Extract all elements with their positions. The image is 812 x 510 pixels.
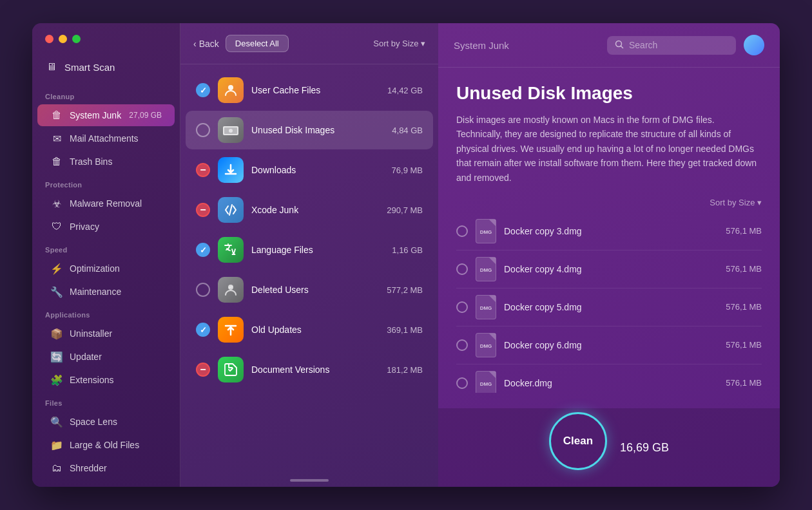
list-item-checkbox[interactable]	[196, 243, 210, 257]
right-header-title: System Junk	[454, 40, 509, 51]
list-item-checkbox[interactable]	[196, 363, 210, 377]
back-chevron-icon: ‹	[193, 39, 197, 49]
right-content: Unused Disk Images Disk images are mostl…	[438, 68, 780, 408]
file-name: Docker copy 6.dmg	[504, 340, 718, 350]
close-button[interactable]	[45, 35, 53, 43]
optimization-icon: ⚡	[50, 262, 63, 275]
language-files-icon	[218, 237, 244, 263]
sidebar-item-space-lens[interactable]: 🔍 Space Lens	[37, 411, 175, 433]
file-size: 576,1 MB	[726, 302, 762, 312]
back-button[interactable]: ‹ Back	[193, 39, 219, 49]
search-input[interactable]	[629, 40, 728, 50]
right-header: System Junk	[438, 23, 780, 68]
sidebar-item-privacy[interactable]: 🛡 Privacy	[37, 216, 175, 238]
list-item[interactable]: Document Versions 181,2 MB	[186, 350, 433, 389]
updater-icon: 🔄	[50, 350, 63, 363]
list-item-name: User Cache Files	[251, 85, 380, 95]
sidebar-item-smart-scan[interactable]: 🖥 Smart Scan	[32, 55, 180, 79]
shredder-icon: 🗂	[50, 462, 63, 475]
avatar[interactable]	[744, 35, 764, 55]
file-icon: DMG	[476, 295, 496, 319]
file-icon: DMG	[476, 371, 496, 393]
sidebar-item-label: System Junk	[70, 110, 121, 120]
detail-title: Unused Disk Images	[456, 83, 762, 104]
sidebar-item-label: Optimization	[70, 263, 120, 274]
sidebar-item-label: Large & Old Files	[70, 440, 139, 450]
system-junk-badge: 27,09 GB	[129, 111, 162, 120]
list-item[interactable]: Downloads 76,9 MB	[186, 151, 433, 189]
file-radio[interactable]	[456, 263, 468, 275]
search-bar	[607, 36, 736, 55]
sidebar-item-label: Trash Bins	[70, 156, 112, 167]
sidebar-item-optimization[interactable]: ⚡ Optimization	[37, 258, 175, 279]
right-panel: System Junk Unused Disk Images Disk imag…	[438, 23, 780, 487]
disk-image-icon	[218, 117, 244, 143]
list-item-size: 577,2 MB	[387, 285, 423, 295]
back-label: Back	[199, 39, 219, 49]
file-name: Docker copy 5.dmg	[504, 302, 718, 312]
deselect-all-button[interactable]: Deselect All	[226, 35, 289, 52]
file-row[interactable]: DMG Docker.dmg 576,1 MB	[456, 364, 762, 393]
file-radio[interactable]	[456, 377, 468, 389]
sort-by-size-label[interactable]: Sort by Size ▾	[373, 39, 425, 48]
list-item-checkbox[interactable]	[196, 283, 210, 297]
sidebar-item-uninstaller[interactable]: 📦 Uninstaller	[37, 323, 175, 345]
list-item-checkbox[interactable]	[196, 83, 210, 97]
list-item[interactable]: Xcode Junk 290,7 MB	[186, 191, 433, 229]
uninstaller-icon: 📦	[50, 327, 63, 340]
sidebar-item-label: Malware Removal	[70, 198, 142, 209]
minimize-button[interactable]	[59, 35, 67, 43]
list-item-size: 14,42 GB	[387, 86, 423, 95]
file-radio[interactable]	[456, 301, 468, 313]
list-item[interactable]: Deleted Users 577,2 MB	[186, 270, 433, 309]
sidebar-item-label: Privacy	[70, 222, 99, 232]
detail-description: Disk images are mostly known on Macs in …	[456, 113, 762, 185]
file-icon: DMG	[476, 257, 496, 281]
sidebar-item-malware-removal[interactable]: ☣ Malware Removal	[37, 193, 175, 214]
file-size: 576,1 MB	[726, 340, 762, 350]
junk-category-list: User Cache Files 14,42 GB Unused Disk Im…	[180, 64, 438, 474]
list-item-size: 181,2 MB	[387, 365, 423, 375]
list-item-size: 4,84 GB	[392, 126, 423, 135]
middle-header: ‹ Back Deselect All Sort by Size ▾	[180, 23, 438, 64]
sidebar-item-large-old-files[interactable]: 📁 Large & Old Files	[37, 434, 175, 456]
file-icon: DMG	[476, 219, 496, 243]
sidebar-item-shredder[interactable]: 🗂 Shredder	[37, 457, 175, 479]
file-row[interactable]: DMG Docker copy 6.dmg 576,1 MB	[456, 326, 762, 364]
sidebar-item-label: Space Lens	[70, 417, 117, 427]
file-row[interactable]: DMG Docker copy 4.dmg 576,1 MB	[456, 250, 762, 288]
sidebar-item-extensions[interactable]: 🧩 Extensions	[37, 369, 175, 391]
right-sort-label[interactable]: Sort by Size ▾	[456, 198, 762, 207]
list-item[interactable]: Old Updates 369,1 MB	[186, 310, 433, 349]
list-item-checkbox[interactable]	[196, 163, 210, 177]
file-radio[interactable]	[456, 339, 468, 351]
sidebar-item-system-junk[interactable]: 🗑 System Junk 27,09 GB	[37, 104, 175, 126]
list-item-checkbox[interactable]	[196, 123, 210, 137]
deleted-users-icon	[218, 277, 244, 303]
downloads-icon	[218, 157, 244, 183]
list-item[interactable]: Unused Disk Images 4,84 GB	[186, 111, 433, 149]
list-item[interactable]: Language Files 1,16 GB	[186, 231, 433, 269]
fullscreen-button[interactable]	[72, 35, 81, 43]
sidebar-item-maintenance[interactable]: 🔧 Maintenance	[37, 281, 175, 303]
sidebar-item-trash-bins[interactable]: 🗑 Trash Bins	[37, 151, 175, 173]
clean-button[interactable]: Clean	[549, 412, 607, 470]
sidebar-item-label: Shredder	[70, 463, 107, 473]
total-size: 16,69 GB	[620, 441, 669, 455]
list-item[interactable]: User Cache Files 14,42 GB	[186, 71, 433, 109]
list-item-name: Language Files	[251, 245, 384, 255]
list-item-size: 290,7 MB	[387, 205, 423, 215]
file-row[interactable]: DMG Docker copy 5.dmg 576,1 MB	[456, 288, 762, 326]
sidebar-item-updater[interactable]: 🔄 Updater	[37, 346, 175, 368]
sidebar-item-mail-attachments[interactable]: ✉ Mail Attachments	[37, 128, 175, 149]
section-label-applications: Applications	[32, 303, 180, 322]
file-radio[interactable]	[456, 225, 468, 237]
list-item-checkbox[interactable]	[196, 323, 210, 337]
file-row[interactable]: DMG Docker copy 3.dmg 576,1 MB	[456, 212, 762, 250]
traffic-lights	[45, 35, 81, 43]
extensions-icon: 🧩	[50, 373, 63, 386]
list-item-checkbox[interactable]	[196, 203, 210, 217]
document-versions-icon	[218, 357, 244, 382]
svg-point-3	[229, 129, 233, 133]
section-label-cleanup: Cleanup	[32, 85, 180, 104]
